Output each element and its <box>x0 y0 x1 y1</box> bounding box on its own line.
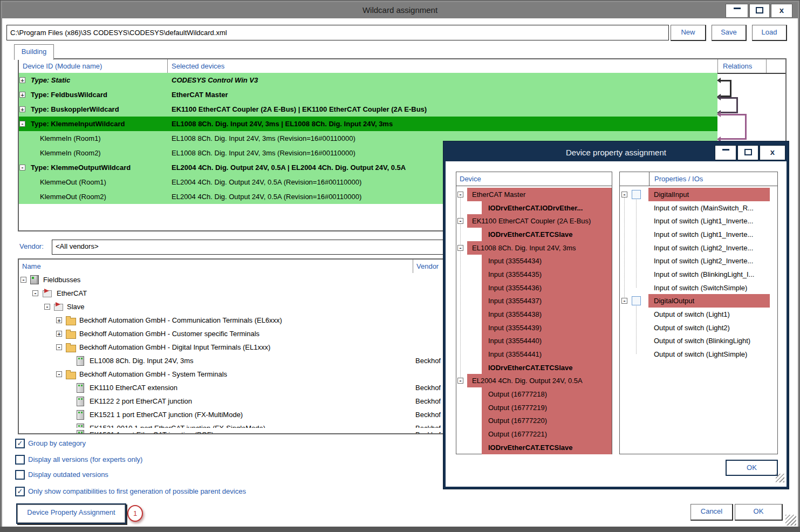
device-tree-row[interactable]: - EL2004 4Ch. Dig. Output 24V, 0.5A <box>456 374 612 387</box>
wildcard-file-path-input[interactable] <box>6 25 669 40</box>
option-label[interactable]: Display all versions (for experts only) <box>28 455 142 464</box>
option-label[interactable]: Group by category <box>28 439 86 448</box>
device-tree-row[interactable]: IODrvEtherCAT.IODrvEther... <box>456 201 612 215</box>
catalog-item-label: EK1561 1 port EtherCAT junction (POF) <box>90 428 214 434</box>
expand-icon[interactable]: + <box>19 106 25 112</box>
collapse-icon[interactable]: - <box>457 378 463 384</box>
expand-icon[interactable]: + <box>19 92 25 98</box>
device-tree-row[interactable]: Output (16777218) <box>456 387 612 401</box>
minimize-button[interactable] <box>726 4 748 18</box>
property-tree-row[interactable]: Input of switch (BlinkingLight_I... <box>620 268 777 281</box>
dialog-resize-grip[interactable] <box>776 474 784 482</box>
col-header-name: Name <box>22 260 41 273</box>
dialog-title: Device property assignment <box>566 148 666 157</box>
collapse-icon[interactable]: - <box>457 218 463 224</box>
load-button[interactable]: Load <box>752 25 787 41</box>
checkbox-unchecked[interactable] <box>15 455 25 465</box>
collapse-icon[interactable]: - <box>56 371 62 377</box>
checkbox-checked[interactable]: ✓ <box>15 439 25 448</box>
collapse-icon[interactable]: - <box>457 245 463 251</box>
device-tree-row[interactable]: IODrvEtherCAT.ETCSlave <box>456 228 612 241</box>
new-button[interactable]: New <box>671 25 706 41</box>
device-tree-row[interactable]: Input (33554440) <box>456 334 612 347</box>
device-tree-row[interactable]: Output (16777219) <box>456 401 612 414</box>
property-tree-label: Input of switch (Light2_Inverte... <box>654 241 753 255</box>
property-tree-row[interactable]: Output of switch (LightSimple) <box>620 347 777 361</box>
dialog-minimize-button[interactable] <box>715 145 736 160</box>
collapse-icon[interactable]: - <box>457 192 463 197</box>
dialog-close-button[interactable]: x <box>760 145 785 160</box>
collapse-icon[interactable]: - <box>621 192 627 197</box>
wildcard-row-klemme-input[interactable]: - Type: KlemmeInputWildcard EL1008 8Ch. … <box>19 117 717 131</box>
checkbox-checked[interactable]: ✓ <box>15 487 25 496</box>
expand-icon[interactable]: + <box>56 317 62 323</box>
property-tree-row[interactable]: Input of switch (Light2_Inverte... <box>620 254 777 268</box>
device-tree-label: IODrvEtherCAT.ETCSlave <box>488 441 573 454</box>
expand-icon[interactable]: + <box>56 331 62 337</box>
collapse-icon[interactable]: - <box>56 344 62 350</box>
device-tree-row[interactable]: Input (33554436) <box>456 281 612 295</box>
property-tree-row[interactable]: Output of switch (BlinkingLight) <box>620 334 777 347</box>
column-divider[interactable] <box>167 59 168 73</box>
resize-grip[interactable] <box>785 515 796 526</box>
collapse-icon[interactable]: - <box>19 121 25 127</box>
collapse-icon[interactable]: - <box>44 304 50 310</box>
ok-button[interactable]: OK <box>735 504 783 521</box>
option-label[interactable]: Display outdated versions <box>28 470 108 479</box>
device-tree-row[interactable]: Input (33554435) <box>456 268 612 281</box>
tab-building[interactable]: Building <box>14 44 54 60</box>
expand-icon[interactable]: + <box>19 77 25 83</box>
device-tree-row[interactable]: - EL1008 8Ch. Dig. Input 24V, 3ms <box>456 241 612 255</box>
dialog-maximize-button[interactable] <box>737 145 758 160</box>
property-tree-row[interactable]: Input of switch (Light2_Inverte... <box>620 241 777 255</box>
property-tree-row[interactable]: Input of switch (SwitchSimple) <box>620 281 777 295</box>
device-tree-row[interactable]: Input (33554439) <box>456 321 612 335</box>
minimize-icon <box>722 149 729 151</box>
collapse-icon[interactable]: - <box>20 277 26 283</box>
catalog-item-label: Fieldbusses <box>43 273 80 287</box>
column-divider[interactable] <box>413 260 413 273</box>
collapse-icon[interactable]: - <box>19 165 25 170</box>
column-divider[interactable] <box>766 59 767 73</box>
property-tree-row[interactable]: - DigitalOutput <box>620 294 777 308</box>
device-tree-row[interactable]: Input (33554434) <box>456 254 612 268</box>
device-tree-row[interactable]: Output (16777221) <box>456 427 612 441</box>
dialog-ok-button[interactable]: OK <box>726 460 778 476</box>
save-button[interactable]: Save <box>712 25 747 41</box>
property-tree-row[interactable]: Input of switch (Light1_Inverte... <box>620 214 777 228</box>
column-divider[interactable] <box>717 59 718 73</box>
wildcard-row-static[interactable]: + Type: Static CODESYS Control Win V3 <box>19 73 717 87</box>
collapse-icon[interactable]: - <box>621 298 627 304</box>
property-tree-row[interactable]: Output of switch (Light2) <box>620 321 777 335</box>
cell-device-id: Type: KlemmeOutputWildcard <box>31 160 131 175</box>
titlebar[interactable]: Wildcard assignment <box>2 2 798 18</box>
device-tree-row[interactable]: Input (33554441) <box>456 347 612 361</box>
cell-selected-devices: EL1008 8Ch. Dig. Input 24V, 3ms (Revisio… <box>172 146 355 160</box>
checkbox-unchecked[interactable] <box>15 470 25 480</box>
wildcard-row-buskoppler[interactable]: + Type: BuskopplerWildcard EK1100 EtherC… <box>19 102 717 117</box>
device-tree-row[interactable]: Input (33554438) <box>456 308 612 321</box>
cancel-button[interactable]: Cancel <box>690 504 733 521</box>
property-checkbox-unchecked[interactable] <box>632 190 641 199</box>
close-button[interactable]: x <box>771 4 792 18</box>
device-tree-row[interactable]: IODrvEtherCAT.ETCSlave <box>456 441 612 454</box>
device-tree-row[interactable]: Output (16777220) <box>456 414 612 427</box>
collapse-icon[interactable]: - <box>32 290 38 296</box>
device-tree-row[interactable]: - EK1100 EtherCAT Coupler (2A E-Bus) <box>456 214 612 228</box>
device-property-assignment-button[interactable]: Device Property Assignment <box>16 503 126 524</box>
device-tree-label: Input (33554438) <box>488 308 542 321</box>
property-tree-row[interactable]: - DigitalInput <box>620 188 777 201</box>
col-header-selected-devices: Selected devices <box>172 59 224 73</box>
property-tree-row[interactable]: Input of switch (MainSwitch_R... <box>620 201 777 215</box>
property-tree-row[interactable]: Output of switch (Light1) <box>620 308 777 321</box>
device-tree-label: Output (16777220) <box>488 414 547 427</box>
device-tree-row[interactable]: Input (33554437) <box>456 294 612 308</box>
maximize-button[interactable] <box>749 4 770 18</box>
wildcard-row-feldbus[interactable]: + Type: FeldbusWildcard EtherCAT Master <box>19 87 717 102</box>
property-checkbox-unchecked[interactable] <box>632 296 641 305</box>
properties-checkbox-column-header <box>620 172 649 186</box>
device-tree-row[interactable]: IODrvEtherCAT.ETCSlave <box>456 361 612 374</box>
device-tree-row[interactable]: - EtherCAT Master <box>456 188 612 201</box>
option-label[interactable]: Only show compatibilities to first gener… <box>28 487 246 496</box>
property-tree-row[interactable]: Input of switch (Light1_Inverte... <box>620 228 777 241</box>
